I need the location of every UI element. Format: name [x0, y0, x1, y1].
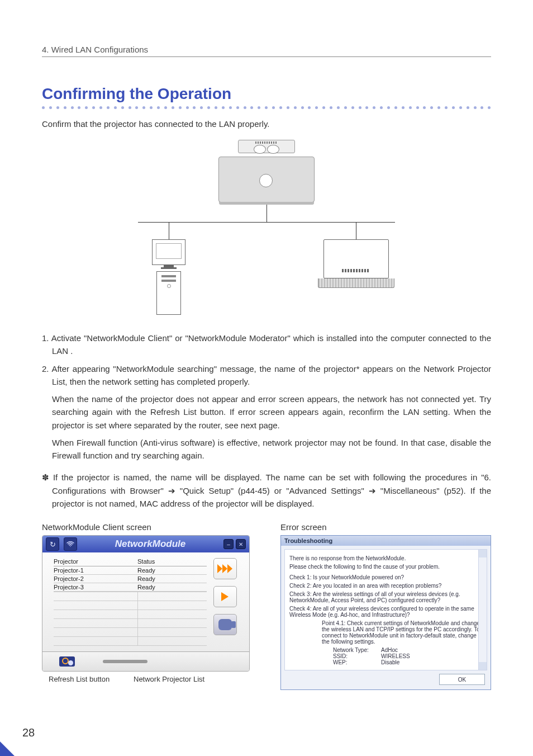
error-lead-2: Please check the following to find the c…: [289, 564, 480, 570]
intro-text: Confirm that the projector has connected…: [42, 119, 491, 129]
corner-decoration: [0, 741, 15, 756]
list-item[interactable]: Projector-1 Ready: [54, 566, 207, 575]
error-lead-1: There is no response from the NetworkMod…: [289, 555, 480, 561]
ok-button[interactable]: OK: [439, 674, 485, 685]
play-icon[interactable]: [213, 586, 237, 607]
error-window: Troubleshooting There is no response fro…: [280, 535, 491, 690]
close-icon[interactable]: ✕: [236, 539, 246, 549]
error-check-1: Check 1: Is your NetworkModule powered o…: [289, 574, 480, 580]
camera-icon[interactable]: [213, 614, 237, 635]
footnote: ✽ If the projector is named, the name wi…: [42, 471, 491, 510]
error-check-2: Check 2: Are you located in an area with…: [289, 583, 480, 589]
error-kv: Network Type:AdHoc: [289, 647, 480, 653]
list-item[interactable]: Projector-3 Ready: [54, 583, 207, 592]
projector-illustration: [138, 140, 395, 202]
step-1: 1. Activate "NetworkModule Client" or "N…: [42, 332, 491, 358]
error-point-41: Point 4.1: Check current settings of Net…: [289, 620, 480, 645]
caption-list: Network Projector List: [134, 675, 204, 683]
caption-refresh: Refresh List button: [49, 675, 121, 683]
wifi-icon[interactable]: [64, 537, 77, 551]
error-kv: SSID:WIRELESS: [289, 653, 480, 659]
error-kv: WEP:Disable: [289, 659, 480, 665]
window-title: NetworkModule: [77, 538, 223, 550]
scrollbar[interactable]: [478, 550, 487, 670]
client-screenshot-label: NetworkModule Client screen: [42, 522, 250, 532]
page-number: 28: [22, 726, 35, 739]
error-check-3: Check 3: Are the wireless settings of al…: [289, 591, 480, 603]
section-title: Confirming the Operation: [42, 85, 491, 103]
desktop-illustration: [138, 239, 199, 315]
networkmodule-window: ↻ NetworkModule – ✕ Projector: [42, 535, 250, 672]
step-2-lead: 2. After appearing "NetworkModule search…: [42, 362, 491, 389]
laptop-illustration: [317, 239, 395, 315]
error-screenshot-label: Error screen: [280, 522, 491, 532]
column-status: Status: [137, 558, 207, 565]
error-title: Troubleshooting: [281, 536, 491, 546]
network-diagram: [138, 140, 395, 315]
play-fast-icon[interactable]: [213, 558, 237, 579]
page-header: 4. Wired LAN Configurations: [42, 45, 491, 57]
minimize-icon[interactable]: –: [223, 539, 234, 549]
refresh-list-icon[interactable]: [59, 656, 75, 667]
scrollbar[interactable]: [103, 660, 147, 663]
refresh-icon[interactable]: ↻: [46, 537, 59, 551]
dotted-rule: [42, 106, 491, 109]
list-item[interactable]: Projector-2 Ready: [54, 575, 207, 583]
projector-list: Projector Status Projector-1 Ready Proje…: [42, 552, 209, 651]
step-2-detail-1: When the name of the projector does not …: [42, 393, 491, 432]
step-2-detail-2: When Firewall function (Anti-virus softw…: [42, 436, 491, 462]
column-projector: Projector: [54, 558, 137, 565]
error-check-4: Check 4: Are all of your wireless device…: [289, 606, 480, 618]
